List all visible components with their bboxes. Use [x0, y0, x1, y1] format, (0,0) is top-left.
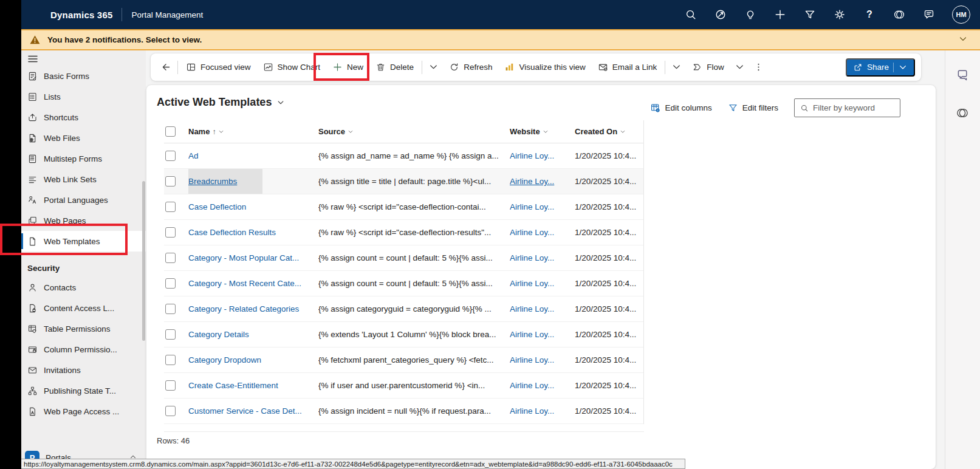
row-checkbox[interactable] — [165, 227, 176, 238]
record-name-link[interactable]: Ad — [188, 151, 199, 160]
website-link[interactable]: Airline Loy... — [510, 355, 554, 365]
row-checkbox[interactable] — [165, 202, 176, 212]
column-header-created-on[interactable]: Created On — [575, 127, 644, 136]
delete-overflow-chevron[interactable] — [424, 57, 443, 78]
visualize-view-button[interactable]: Visualize this view — [498, 57, 591, 78]
sidebar-item-lists[interactable]: Lists — [21, 86, 146, 107]
record-name-link[interactable]: Category - Most Recent Cate... — [188, 279, 301, 288]
sidebar-item-column-permissio[interactable]: Column Permissio... — [21, 339, 146, 360]
sidebar-item-web-page-access[interactable]: Web Page Access ... — [21, 401, 146, 422]
sidebar-item-web-link-sets[interactable]: Web Link Sets — [21, 169, 146, 190]
sidebar-item-publishing-state-t[interactable]: Publishing State T... — [21, 380, 146, 401]
row-checkbox[interactable] — [165, 278, 176, 289]
edit-columns-button[interactable]: Edit columns — [650, 103, 711, 113]
table-row[interactable]: Ad{% assign ad_name = ad_name %} {% assi… — [164, 143, 643, 169]
more-commands-button[interactable] — [749, 57, 768, 78]
refresh-button[interactable]: Refresh — [443, 57, 498, 78]
record-name-link[interactable]: Create Case-Entitlement — [188, 381, 278, 390]
sidebar-item-contacts[interactable]: Contacts — [21, 277, 146, 298]
row-checkbox[interactable] — [165, 253, 176, 263]
row-checkbox[interactable] — [165, 151, 176, 161]
feedback-icon[interactable] — [922, 8, 936, 21]
record-name-link[interactable]: Case Deflection — [188, 202, 246, 211]
view-title[interactable]: Active Web Templates — [157, 96, 272, 109]
copilot-icon[interactable] — [893, 8, 906, 21]
table-row[interactable]: Category - Related Categories{% assign c… — [164, 296, 643, 322]
share-button[interactable]: Share — [846, 58, 915, 77]
row-checkbox[interactable] — [165, 329, 176, 340]
lightbulb-icon[interactable] — [744, 8, 757, 21]
row-checkbox[interactable] — [165, 355, 176, 365]
record-name-link[interactable]: Category - Most Popular Cat... — [188, 253, 299, 262]
email-link-button[interactable]: Email a Link — [592, 57, 663, 78]
record-name-link[interactable]: Customer Service - Case Det... — [188, 406, 302, 416]
website-link[interactable]: Airline Loy... — [510, 202, 554, 211]
email-overflow-chevron[interactable] — [667, 57, 686, 78]
website-link[interactable]: Airline Loy... — [510, 228, 554, 237]
table-row[interactable]: Category Dropdown{% fetchxml parent_cate… — [164, 347, 643, 373]
table-row[interactable]: Category - Most Popular Cat...{% assign … — [164, 245, 643, 271]
website-link[interactable]: Airline Loy... — [510, 177, 554, 186]
website-link[interactable]: Airline Loy... — [510, 279, 554, 288]
keyword-filter-input[interactable] — [813, 103, 894, 112]
search-icon[interactable] — [684, 8, 697, 21]
column-header-website[interactable]: Website — [510, 127, 575, 136]
chat-panel-icon[interactable] — [956, 69, 970, 83]
website-link[interactable]: Airline Loy... — [510, 330, 554, 339]
table-row[interactable]: Case Deflection Results{% raw %} <script… — [164, 220, 643, 245]
help-icon[interactable]: ? — [863, 8, 876, 21]
app-name[interactable]: Portal Management — [131, 10, 203, 19]
gear-icon[interactable] — [833, 8, 846, 21]
sidebar-item-invitations[interactable]: Invitations — [21, 360, 146, 380]
website-link[interactable]: Airline Loy... — [510, 151, 554, 160]
flow-chevron[interactable] — [730, 57, 749, 78]
dynamics-365-brand[interactable]: Dynamics 365 — [50, 10, 112, 20]
sitemap-toggle-icon[interactable] — [27, 53, 40, 65]
record-name-link[interactable]: Breadcrumbs — [188, 177, 237, 186]
view-selector[interactable]: Active Web Templates — [157, 96, 285, 109]
table-row[interactable]: Create Case-Entitlement{% if user and us… — [164, 373, 643, 399]
keyword-filter-box[interactable] — [794, 98, 900, 117]
show-chart-button[interactable]: Show Chart — [257, 57, 327, 78]
sidebar-item-portal-languages[interactable]: Portal Languages — [21, 190, 146, 210]
table-row[interactable]: Customer Service - Case Det...{% assign … — [164, 399, 643, 424]
column-header-name[interactable]: Name ↑ — [188, 127, 318, 136]
row-checkbox[interactable] — [165, 176, 176, 187]
sidebar-item-basic-forms[interactable]: Basic Forms — [21, 66, 146, 86]
record-name-link[interactable]: Category - Related Categories — [188, 304, 299, 313]
filter-icon[interactable] — [803, 8, 817, 21]
record-name-link[interactable]: Category Dropdown — [188, 355, 261, 365]
table-row[interactable]: Category - Most Recent Cate...{% assign … — [164, 271, 643, 296]
row-checkbox[interactable] — [165, 406, 176, 416]
compass-icon[interactable] — [714, 8, 727, 21]
notification-bar[interactable]: You have 2 notifications. Select to view… — [21, 29, 980, 50]
delete-button[interactable]: Delete — [369, 57, 420, 78]
user-avatar[interactable]: HM — [952, 5, 970, 24]
website-link[interactable]: Airline Loy... — [510, 304, 554, 313]
sidebar-item-shortcuts[interactable]: Shortcuts — [21, 107, 146, 128]
row-checkbox[interactable] — [165, 304, 176, 314]
plus-icon[interactable] — [773, 8, 787, 21]
column-header-source[interactable]: Source — [318, 127, 510, 136]
sidebar-item-multistep-forms[interactable]: Multistep Forms — [21, 148, 146, 169]
table-row[interactable]: Category Details{% extends 'Layout 1 Col… — [164, 322, 643, 347]
focused-view-button[interactable]: Focused view — [180, 57, 257, 78]
edit-filters-button[interactable]: Edit filters — [728, 103, 778, 113]
row-checkbox[interactable] — [165, 380, 176, 391]
select-all-checkbox[interactable] — [165, 126, 176, 137]
flow-button[interactable]: Flow — [686, 57, 730, 78]
copilot-panel-icon[interactable] — [956, 106, 970, 121]
sidebar-item-table-permissions[interactable]: Table Permissions — [21, 318, 146, 339]
sidebar-item-web-templates[interactable]: Web Templates — [21, 231, 146, 252]
sidebar-item-web-pages[interactable]: Web Pages — [21, 210, 146, 231]
website-link[interactable]: Airline Loy... — [510, 406, 554, 416]
sidebar-item-content-access-l[interactable]: Content Access L... — [21, 298, 146, 318]
record-name-link[interactable]: Case Deflection Results — [188, 228, 276, 237]
table-row[interactable]: Case Deflection{% raw %} <script id="cas… — [164, 194, 643, 220]
new-button[interactable]: New — [326, 57, 369, 78]
sidebar-item-web-files[interactable]: Web Files — [21, 128, 146, 148]
back-button[interactable] — [157, 57, 176, 78]
record-name-link[interactable]: Category Details — [188, 330, 249, 339]
website-link[interactable]: Airline Loy... — [510, 253, 554, 262]
website-link[interactable]: Airline Loy... — [510, 381, 554, 390]
